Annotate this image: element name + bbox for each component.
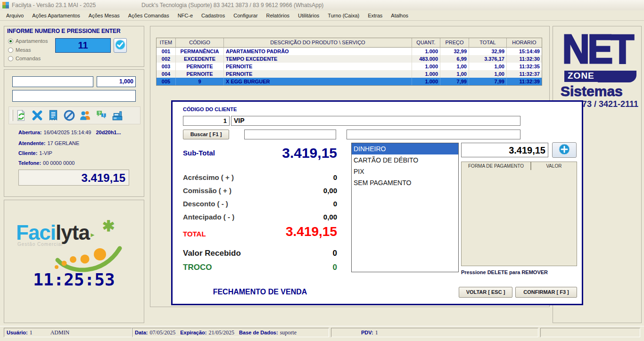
app-icon bbox=[2, 2, 9, 8]
help-icon[interactable]: ?! bbox=[95, 109, 107, 122]
status-empty bbox=[540, 328, 640, 337]
payment-option-pix[interactable]: PIX bbox=[352, 166, 458, 177]
dialog-title: FECHAMENTO DE VENDA bbox=[183, 288, 337, 296]
menu-utilitarios[interactable]: Utilitários bbox=[294, 11, 323, 20]
payments-table-header: FORMA DE PAGAMENTO VALOR bbox=[461, 162, 577, 170]
telefone-line: Telefone:00 0000 0000 bbox=[18, 160, 74, 166]
payments-table-body[interactable] bbox=[461, 170, 577, 266]
elapsed-time: 20d20h1... bbox=[96, 130, 121, 135]
client-code-input[interactable]: 1 bbox=[183, 116, 230, 126]
payment-amount-input[interactable]: 3.419,15 bbox=[461, 143, 548, 157]
back-button[interactable]: VOLTAR [ ESC ] bbox=[459, 287, 512, 298]
product-code-input[interactable] bbox=[12, 76, 93, 87]
netzone-logo-bar bbox=[598, 71, 636, 82]
delete-hint: Pressione DELETE para REMOVER bbox=[461, 269, 548, 275]
menu-extras[interactable]: Extras bbox=[363, 11, 387, 20]
client-name-input[interactable]: VIP bbox=[231, 116, 520, 126]
check-icon bbox=[115, 39, 126, 52]
receipt-icon[interactable] bbox=[47, 109, 59, 122]
delete-icon[interactable] bbox=[31, 109, 43, 122]
radio-apartamentos-dot[interactable] bbox=[8, 39, 13, 44]
payment-method-list: DINHEIRO CARTÃO DE DÉBITO PIX SEM PAGAME… bbox=[351, 143, 459, 272]
menu-turno-caixa[interactable]: Turno (Caixa) bbox=[323, 11, 363, 20]
payment-option-dinheiro[interactable]: DINHEIRO bbox=[352, 143, 458, 154]
menu-nfce[interactable]: NFC-e bbox=[173, 11, 197, 20]
payment-option-cartao-debito[interactable]: CARTÃO DE DÉBITO bbox=[352, 154, 458, 166]
svg-text:?: ? bbox=[98, 111, 100, 115]
payment-option-sem-pagamento[interactable]: SEM PAGAMENTO bbox=[352, 177, 458, 188]
cliente-line: Cliente:1-VIP bbox=[18, 150, 52, 156]
block-icon[interactable] bbox=[63, 109, 75, 122]
netzone-logo-sistemas: Sistemas bbox=[561, 83, 638, 99]
troco-row: TROCO0 bbox=[183, 263, 337, 272]
cash-register-icon[interactable] bbox=[111, 109, 124, 122]
plus-icon bbox=[559, 144, 570, 157]
menu-acoes-comandas[interactable]: Ações Comandas bbox=[124, 11, 173, 20]
acrescimo-row: Acréscimo ( + )0 bbox=[183, 173, 337, 181]
status-pdv: PDV:1 bbox=[331, 328, 538, 337]
table-row[interactable]: 004PERNOITEPERNOITE1.0001,001,0011:32:37 bbox=[157, 70, 542, 78]
radio-mesas-dot[interactable] bbox=[8, 48, 13, 53]
status-bar: Usuário:1 ADMIN Data:07/05/2025 Expiraçã… bbox=[0, 326, 644, 338]
sale-entry-panel: 1,000 ?! Abe bbox=[4, 69, 144, 197]
items-table-header: ITEM CÓDIGO DESCRIÇÃO DO PRODUTO \ SERVI… bbox=[157, 38, 542, 48]
menu-atalhos[interactable]: Atalhos bbox=[387, 11, 413, 20]
clock-display: 11:25:53 bbox=[4, 270, 144, 289]
desconto-row: Desconto ( - )0 bbox=[183, 200, 337, 208]
brand-panel: Facilyta►✱ Gestão Comercial 11:25:53 bbox=[4, 200, 144, 323]
toolbar: ?! bbox=[8, 106, 140, 124]
menu-acoes-mesas[interactable]: Ações Mesas bbox=[84, 11, 124, 20]
prompt-title: INFORME NUMERO E PRESSIONE ENTER bbox=[7, 28, 121, 34]
valor-recebido-row: Valor Recebido0 bbox=[183, 249, 337, 258]
menu-configurar[interactable]: Configurar bbox=[229, 11, 262, 20]
table-row[interactable]: 001PERMANÊNCIAAPARTAMENTO PADRÃO1.00032,… bbox=[157, 48, 542, 55]
radio-apartamentos[interactable]: Apartamentos bbox=[8, 38, 48, 44]
atendente-line: Atendente:17 GERLANE bbox=[18, 140, 79, 146]
menu-cadastros[interactable]: Cadastros bbox=[197, 11, 229, 20]
search-client-button[interactable]: Buscar [ F1 ] bbox=[183, 130, 229, 139]
refresh-document-icon[interactable] bbox=[15, 109, 27, 122]
radio-comandas[interactable]: Comandas bbox=[8, 55, 41, 62]
window-title: Facilyta - Versão 23.1 MAI - 2025 bbox=[12, 2, 96, 8]
menu-acoes-apartamentos[interactable]: Ações Apartamentos bbox=[28, 11, 84, 20]
number-prompt-panel: INFORME NUMERO E PRESSIONE ENTER Apartam… bbox=[4, 26, 144, 67]
search-field-2[interactable] bbox=[347, 130, 520, 139]
menu-bar: Arquivo Ações Apartamentos Ações Mesas A… bbox=[0, 10, 644, 21]
antecipado-row: Antecipado ( - )0,00 bbox=[183, 213, 337, 221]
confirm-button[interactable]: CONFIRMAR [ F3 ] bbox=[515, 287, 577, 298]
total-value: 3.419,15 bbox=[183, 224, 337, 239]
items-table: ITEM CÓDIGO DESCRIÇÃO DO PRODUTO \ SERVI… bbox=[156, 38, 542, 86]
client-code-label: CÓDIGO DO CLIENTE bbox=[183, 106, 237, 112]
room-number-input[interactable]: 11 bbox=[55, 38, 111, 53]
table-row[interactable]: 003PERNOITEPERNOITE1.0001,001,0011:32:35 bbox=[157, 63, 542, 70]
netzone-logo-zone: ZONE bbox=[564, 71, 598, 82]
abertura-line: Abertura:16/04/2025 15:14:4920d20h1... bbox=[18, 130, 121, 135]
netzone-logo-zone-row: ZONE bbox=[564, 71, 636, 82]
support-contact: Duck's Tecnologia (Suporte) 83 3421 3873… bbox=[141, 2, 323, 8]
product-name-input[interactable] bbox=[12, 90, 136, 102]
table-row-selected[interactable]: 0059X EGG BURGUER1.0007,997,9911:32:39 bbox=[157, 78, 542, 85]
sale-closing-dialog: CÓDIGO DO CLIENTE 1 VIP Buscar [ F1 ] Su… bbox=[171, 100, 583, 305]
quantity-input[interactable]: 1,000 bbox=[97, 76, 136, 87]
status-dates: Data:07/05/2025 Expiração:21/05/2025 Bas… bbox=[132, 328, 329, 337]
search-field-1[interactable] bbox=[244, 130, 336, 139]
menu-relatorios[interactable]: Relatórios bbox=[262, 11, 294, 20]
customers-icon[interactable] bbox=[79, 109, 91, 122]
confirm-number-button[interactable] bbox=[114, 38, 127, 53]
add-payment-button[interactable] bbox=[552, 142, 577, 158]
logo-asterisk-icon: ✱ bbox=[102, 218, 115, 235]
table-row[interactable]: 002EXCEDENTETEMPO EXCEDENTE483.0006,993.… bbox=[157, 55, 542, 63]
comissao-row: Comissão ( + )0,00 bbox=[183, 187, 337, 195]
radio-comandas-dot[interactable] bbox=[8, 56, 13, 61]
radio-mesas[interactable]: Mesas bbox=[8, 47, 31, 53]
subtotal-value: 3.419,15 bbox=[183, 145, 337, 161]
menu-arquivo[interactable]: Arquivo bbox=[2, 11, 28, 20]
facilyta-window: Facilyta - Versão 23.1 MAI - 2025 Duck's… bbox=[0, 0, 644, 341]
title-bar: Facilyta - Versão 23.1 MAI - 2025 Duck's… bbox=[0, 0, 644, 10]
netzone-logo-net: NET bbox=[556, 29, 637, 69]
account-total-display: 3.419,15 bbox=[18, 170, 129, 186]
status-user: Usuário:1 ADMIN bbox=[4, 328, 132, 337]
svg-text:!: ! bbox=[103, 113, 104, 117]
